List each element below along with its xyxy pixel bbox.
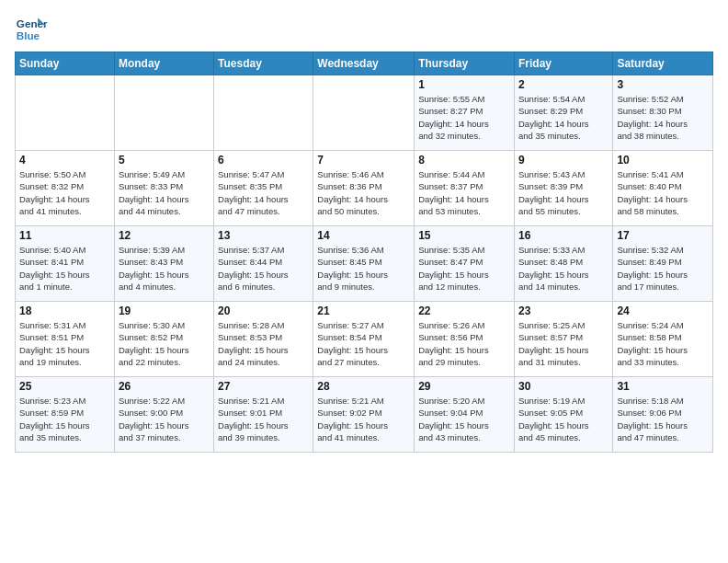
day-number: 11 [19, 229, 110, 242]
calendar-cell: 28Sunrise: 5:21 AM Sunset: 9:02 PM Dayli… [313, 377, 415, 453]
calendar-cell [114, 75, 213, 151]
day-number: 12 [119, 229, 210, 242]
calendar-cell: 23Sunrise: 5:25 AM Sunset: 8:57 PM Dayli… [514, 302, 612, 377]
day-info: Sunrise: 5:21 AM Sunset: 9:02 PM Dayligh… [317, 395, 410, 443]
day-info: Sunrise: 5:22 AM Sunset: 9:00 PM Dayligh… [119, 395, 210, 443]
day-number: 31 [617, 380, 709, 393]
calendar-cell: 25Sunrise: 5:23 AM Sunset: 8:59 PM Dayli… [16, 377, 115, 453]
calendar-cell: 12Sunrise: 5:39 AM Sunset: 8:43 PM Dayli… [114, 226, 213, 302]
weekday-header-row: SundayMondayTuesdayWednesdayThursdayFrid… [16, 52, 713, 75]
day-number: 23 [518, 304, 609, 317]
calendar-cell: 21Sunrise: 5:27 AM Sunset: 8:54 PM Dayli… [313, 302, 415, 377]
day-number: 25 [19, 380, 110, 393]
day-info: Sunrise: 5:54 AM Sunset: 8:29 PM Dayligh… [518, 93, 609, 142]
calendar-cell: 24Sunrise: 5:24 AM Sunset: 8:58 PM Dayli… [613, 302, 713, 377]
day-info: Sunrise: 5:31 AM Sunset: 8:51 PM Dayligh… [19, 319, 110, 368]
day-info: Sunrise: 5:35 AM Sunset: 8:47 PM Dayligh… [418, 244, 510, 293]
calendar-table: SundayMondayTuesdayWednesdayThursdayFrid… [15, 52, 713, 453]
day-number: 5 [119, 154, 210, 167]
day-number: 2 [518, 78, 609, 91]
calendar-cell [313, 75, 415, 151]
calendar-cell: 1Sunrise: 5:55 AM Sunset: 8:27 PM Daylig… [415, 75, 515, 151]
calendar-cell: 10Sunrise: 5:41 AM Sunset: 8:40 PM Dayli… [613, 151, 713, 226]
day-info: Sunrise: 5:49 AM Sunset: 8:33 PM Dayligh… [119, 168, 210, 217]
calendar-cell: 11Sunrise: 5:40 AM Sunset: 8:41 PM Dayli… [16, 226, 115, 302]
day-number: 9 [518, 154, 609, 167]
calendar-cell: 30Sunrise: 5:19 AM Sunset: 9:05 PM Dayli… [514, 377, 612, 453]
week-row-2: 4Sunrise: 5:50 AM Sunset: 8:32 PM Daylig… [16, 151, 713, 226]
calendar-cell: 5Sunrise: 5:49 AM Sunset: 8:33 PM Daylig… [114, 151, 213, 226]
day-number: 20 [218, 304, 309, 317]
day-number: 18 [19, 304, 110, 317]
day-info: Sunrise: 5:19 AM Sunset: 9:05 PM Dayligh… [518, 395, 609, 443]
day-number: 19 [119, 304, 210, 317]
calendar-cell: 16Sunrise: 5:33 AM Sunset: 8:48 PM Dayli… [514, 226, 612, 302]
day-info: Sunrise: 5:47 AM Sunset: 8:35 PM Dayligh… [218, 168, 309, 217]
day-info: Sunrise: 5:44 AM Sunset: 8:37 PM Dayligh… [418, 168, 510, 217]
svg-text:Blue: Blue [17, 29, 40, 41]
day-number: 3 [617, 78, 709, 91]
calendar-cell: 6Sunrise: 5:47 AM Sunset: 8:35 PM Daylig… [214, 151, 313, 226]
day-number: 4 [19, 154, 110, 167]
calendar-cell: 19Sunrise: 5:30 AM Sunset: 8:52 PM Dayli… [114, 302, 213, 377]
day-info: Sunrise: 5:52 AM Sunset: 8:30 PM Dayligh… [617, 93, 709, 142]
calendar-cell: 29Sunrise: 5:20 AM Sunset: 9:04 PM Dayli… [415, 377, 515, 453]
calendar-cell: 9Sunrise: 5:43 AM Sunset: 8:39 PM Daylig… [514, 151, 612, 226]
day-number: 16 [518, 229, 609, 242]
day-info: Sunrise: 5:46 AM Sunset: 8:36 PM Dayligh… [317, 168, 410, 217]
day-info: Sunrise: 5:40 AM Sunset: 8:41 PM Dayligh… [19, 244, 110, 293]
calendar-cell: 13Sunrise: 5:37 AM Sunset: 8:44 PM Dayli… [214, 226, 313, 302]
calendar-cell [214, 75, 313, 151]
calendar-cell: 18Sunrise: 5:31 AM Sunset: 8:51 PM Dayli… [16, 302, 115, 377]
day-info: Sunrise: 5:26 AM Sunset: 8:56 PM Dayligh… [418, 319, 510, 368]
calendar-cell: 2Sunrise: 5:54 AM Sunset: 8:29 PM Daylig… [514, 75, 612, 151]
logo-icon: General Blue [15, 11, 48, 44]
day-info: Sunrise: 5:21 AM Sunset: 9:01 PM Dayligh… [218, 395, 309, 443]
day-info: Sunrise: 5:33 AM Sunset: 8:48 PM Dayligh… [518, 244, 609, 293]
calendar-cell: 27Sunrise: 5:21 AM Sunset: 9:01 PM Dayli… [214, 377, 313, 453]
week-row-1: 1Sunrise: 5:55 AM Sunset: 8:27 PM Daylig… [16, 75, 713, 151]
day-number: 27 [218, 380, 309, 393]
day-number: 24 [617, 304, 709, 317]
day-number: 26 [119, 380, 210, 393]
calendar-cell: 15Sunrise: 5:35 AM Sunset: 8:47 PM Dayli… [415, 226, 515, 302]
weekday-header-saturday: Saturday [613, 52, 713, 75]
day-info: Sunrise: 5:23 AM Sunset: 8:59 PM Dayligh… [19, 395, 110, 443]
weekday-header-thursday: Thursday [415, 52, 515, 75]
day-info: Sunrise: 5:27 AM Sunset: 8:54 PM Dayligh… [317, 319, 410, 368]
day-number: 29 [418, 380, 510, 393]
day-number: 13 [218, 229, 309, 242]
weekday-header-friday: Friday [514, 52, 612, 75]
day-number: 1 [418, 78, 510, 91]
day-number: 30 [518, 380, 609, 393]
day-info: Sunrise: 5:50 AM Sunset: 8:32 PM Dayligh… [19, 168, 110, 217]
day-number: 6 [218, 154, 309, 167]
day-info: Sunrise: 5:37 AM Sunset: 8:44 PM Dayligh… [218, 244, 309, 293]
weekday-header-wednesday: Wednesday [313, 52, 415, 75]
day-info: Sunrise: 5:30 AM Sunset: 8:52 PM Dayligh… [119, 319, 210, 368]
weekday-header-sunday: Sunday [16, 52, 115, 75]
day-info: Sunrise: 5:28 AM Sunset: 8:53 PM Dayligh… [218, 319, 309, 368]
calendar-cell: 20Sunrise: 5:28 AM Sunset: 8:53 PM Dayli… [214, 302, 313, 377]
day-info: Sunrise: 5:32 AM Sunset: 8:49 PM Dayligh… [617, 244, 709, 293]
day-info: Sunrise: 5:55 AM Sunset: 8:27 PM Dayligh… [418, 93, 510, 142]
header: General Blue [15, 11, 713, 44]
day-number: 22 [418, 304, 510, 317]
weekday-header-tuesday: Tuesday [214, 52, 313, 75]
calendar-cell: 4Sunrise: 5:50 AM Sunset: 8:32 PM Daylig… [16, 151, 115, 226]
calendar-cell [16, 75, 115, 151]
calendar-cell: 14Sunrise: 5:36 AM Sunset: 8:45 PM Dayli… [313, 226, 415, 302]
calendar-cell: 26Sunrise: 5:22 AM Sunset: 9:00 PM Dayli… [114, 377, 213, 453]
calendar-cell: 7Sunrise: 5:46 AM Sunset: 8:36 PM Daylig… [313, 151, 415, 226]
weekday-header-monday: Monday [114, 52, 213, 75]
calendar-cell: 17Sunrise: 5:32 AM Sunset: 8:49 PM Dayli… [613, 226, 713, 302]
calendar-cell: 3Sunrise: 5:52 AM Sunset: 8:30 PM Daylig… [613, 75, 713, 151]
day-number: 17 [617, 229, 709, 242]
week-row-4: 18Sunrise: 5:31 AM Sunset: 8:51 PM Dayli… [16, 302, 713, 377]
day-info: Sunrise: 5:25 AM Sunset: 8:57 PM Dayligh… [518, 319, 609, 368]
calendar-cell: 22Sunrise: 5:26 AM Sunset: 8:56 PM Dayli… [415, 302, 515, 377]
day-number: 15 [418, 229, 510, 242]
day-number: 10 [617, 154, 709, 167]
day-number: 14 [317, 229, 410, 242]
calendar-cell: 31Sunrise: 5:18 AM Sunset: 9:06 PM Dayli… [613, 377, 713, 453]
